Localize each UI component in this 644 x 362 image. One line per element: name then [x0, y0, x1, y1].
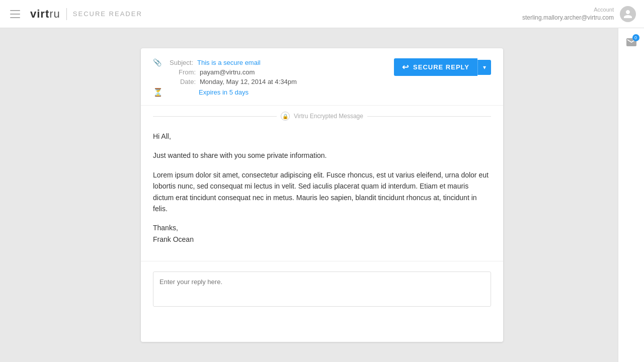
dropdown-arrow-icon: ▾	[483, 64, 486, 71]
email-header: 📎 Subject: This is a secure email From: …	[141, 48, 503, 106]
secure-reply-label: SECURE REPLY	[413, 63, 469, 71]
secure-reply-dropdown-button[interactable]: ▾	[477, 60, 491, 75]
email-body: Hi All, Just wanted to share with you so…	[141, 127, 503, 261]
account-email: sterling.mallory.archer@virtru.com	[522, 14, 614, 21]
logo: virtru	[30, 8, 60, 21]
account-info: Account sterling.mallory.archer@virtru.c…	[522, 7, 614, 22]
body-greeting: Hi All,	[153, 131, 491, 142]
body-closing: Thanks, Frank Ocean	[153, 222, 491, 245]
header: virtru SECURE READER Account sterling.ma…	[0, 0, 644, 28]
email-meta: 📎 Subject: This is a secure email From: …	[153, 58, 297, 97]
logo-area: virtru SECURE READER	[30, 8, 142, 21]
encrypted-divider: 🔒 Virtru Encrypted Message	[141, 106, 503, 127]
header-right: Account sterling.mallory.archer@virtru.c…	[522, 6, 636, 22]
main-content: 📎 Subject: This is a secure email From: …	[0, 28, 644, 362]
mail-badge: 0	[632, 34, 639, 41]
header-left: virtru SECURE READER	[8, 8, 142, 21]
date-row: Date: Monday, May 12, 2014 at 4:34pm	[153, 78, 297, 85]
body-paragraph2: Lorem ipsum dolor sit amet, consectetur …	[153, 169, 491, 215]
attachment-icon: 📎	[153, 58, 162, 66]
email-expiry: Expires in 5 days	[199, 88, 249, 96]
subject-label: Subject:	[166, 59, 193, 66]
date-label: Date:	[168, 78, 196, 85]
from-label: From:	[168, 68, 196, 76]
reply-area	[141, 261, 503, 321]
hamburger-menu-icon[interactable]	[8, 8, 22, 20]
secure-reply-group: ↩ SECURE REPLY ▾	[394, 58, 491, 76]
email-from: payam@virtru.com	[200, 68, 255, 76]
expiry-row: ⏳ Expires in 5 days	[153, 87, 297, 97]
encrypted-label: Virtru Encrypted Message	[294, 113, 363, 120]
right-sidebar: 0	[618, 28, 644, 362]
lock-circle-icon: 🔒	[281, 112, 290, 121]
reply-arrow-icon: ↩	[402, 62, 409, 72]
secure-reply-button[interactable]: ↩ SECURE REPLY	[394, 58, 477, 76]
mail-icon-button[interactable]: 0	[625, 36, 637, 50]
expiry-icon: ⏳	[153, 87, 163, 97]
subject-row: 📎 Subject: This is a secure email	[153, 58, 297, 66]
header-divider	[66, 8, 67, 20]
email-subject: This is a secure email	[197, 59, 261, 66]
email-date: Monday, May 12, 2014 at 4:34pm	[200, 78, 297, 85]
body-paragraph1: Just wanted to share with you some priva…	[153, 150, 491, 161]
account-label: Account	[522, 7, 614, 13]
avatar[interactable]	[620, 6, 636, 22]
email-card: 📎 Subject: This is a secure email From: …	[141, 48, 503, 342]
reply-textarea[interactable]	[153, 272, 491, 307]
secure-reader-label: SECURE READER	[73, 10, 142, 18]
from-row: From: payam@virtru.com	[153, 68, 297, 76]
